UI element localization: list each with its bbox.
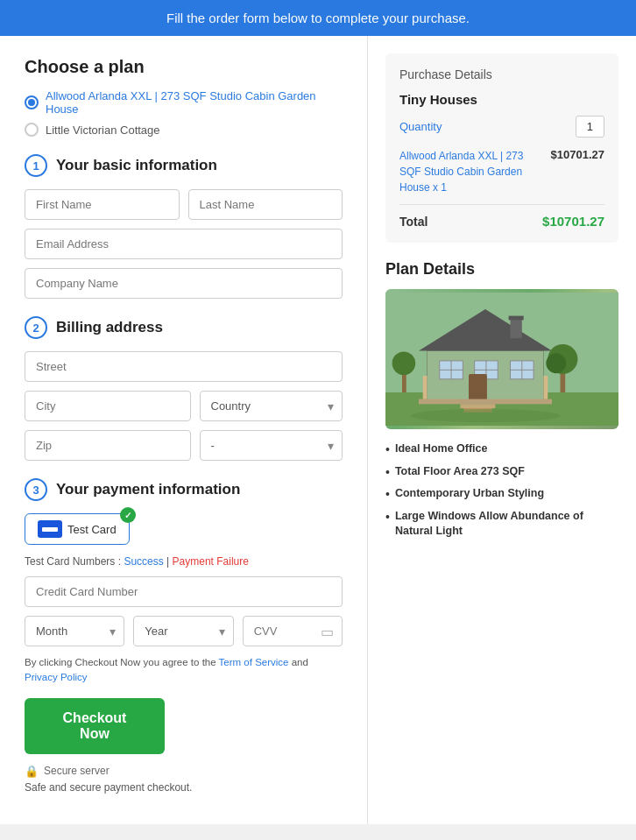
svg-rect-5 xyxy=(511,318,522,339)
test-card-info: Test Card Numbers : Success | Payment Fa… xyxy=(25,555,343,568)
section-label: Tiny Houses xyxy=(399,92,604,107)
plan1-label: Allwood Arlanda XXL | 273 SQF Studio Cab… xyxy=(46,89,343,116)
feature-item: Ideal Home Office xyxy=(385,441,618,459)
total-price: $10701.27 xyxy=(542,214,604,229)
svg-rect-20 xyxy=(461,404,496,408)
item-name: Allwood Arlanda XXL | 273 SQF Studio Cab… xyxy=(399,148,542,195)
svg-rect-16 xyxy=(469,374,487,400)
plan-option-2[interactable]: Little Victorian Cottage xyxy=(25,123,343,137)
step2-header: 2 Billing address xyxy=(25,316,343,339)
step3-circle: 3 xyxy=(25,478,47,501)
secure-label: Secure server xyxy=(44,765,110,777)
svg-point-27 xyxy=(392,351,416,375)
month-year-cvv-row: Month Year ▭ xyxy=(25,616,343,646)
card-badge[interactable]: Test Card xyxy=(25,513,130,545)
top-banner: Fill the order form below to complete yo… xyxy=(0,0,636,36)
radio-plan1[interactable] xyxy=(25,95,39,109)
purchase-details-title: Purchase Details xyxy=(399,67,604,81)
item-row: Allwood Arlanda XXL | 273 SQF Studio Cab… xyxy=(399,148,604,205)
step1-header: 1 Your basic information xyxy=(25,154,343,177)
step2-circle: 2 xyxy=(25,316,47,339)
card-label: Test Card xyxy=(67,523,117,536)
cc-row xyxy=(25,576,343,607)
feature-item: Contemporary Urban Styling xyxy=(385,486,618,504)
radio-plan2[interactable] xyxy=(25,123,39,137)
secure-sub: Safe and secure payment checkout. xyxy=(25,781,343,794)
zip-input[interactable] xyxy=(25,430,191,461)
city-input[interactable] xyxy=(25,391,191,421)
year-wrapper: Year xyxy=(133,616,233,646)
svg-rect-18 xyxy=(423,376,428,399)
total-label: Total xyxy=(399,215,428,229)
country-wrapper: Country xyxy=(200,391,343,421)
card-icon xyxy=(38,520,62,538)
secure-row: 🔒 Secure server xyxy=(25,765,343,778)
privacy-policy-link[interactable]: Privacy Policy xyxy=(25,672,88,682)
right-panel: Purchase Details Tiny Houses Quantity 1 … xyxy=(368,36,636,824)
quantity-label: Quantity xyxy=(399,120,442,133)
purchase-details-box: Purchase Details Tiny Houses Quantity 1 … xyxy=(385,53,618,243)
svg-point-22 xyxy=(411,409,561,422)
svg-point-25 xyxy=(546,353,566,373)
plan-option-1[interactable]: Allwood Arlanda XXL | 273 SQF Studio Cab… xyxy=(25,89,343,116)
test-card-label: Test Card Numbers : xyxy=(25,555,121,568)
total-row: Total $10701.27 xyxy=(399,214,604,229)
plan-features: Ideal Home OfficeTotal Floor Area 273 SQ… xyxy=(385,441,618,540)
street-row xyxy=(25,351,343,382)
company-row xyxy=(25,268,343,299)
step3-label: Your payment information xyxy=(56,481,240,498)
quantity-box[interactable]: 1 xyxy=(576,116,604,138)
zip-state-row: - xyxy=(25,430,343,461)
first-name-input[interactable] xyxy=(25,189,180,220)
email-input[interactable] xyxy=(25,229,343,259)
step1-circle: 1 xyxy=(25,154,47,177)
choose-plan-title: Choose a plan xyxy=(25,57,343,77)
city-country-row: Country xyxy=(25,391,343,421)
email-row xyxy=(25,229,343,259)
svg-rect-17 xyxy=(419,399,552,405)
step3-header: 3 Your payment information xyxy=(25,478,343,501)
cvv-wrapper: ▭ xyxy=(243,616,343,646)
left-panel: Choose a plan Allwood Arlanda XXL | 273 … xyxy=(0,36,368,824)
state-select[interactable]: - xyxy=(200,430,343,461)
banner-text: Fill the order form below to complete yo… xyxy=(166,11,470,25)
item-price: $10701.27 xyxy=(551,148,604,161)
svg-rect-19 xyxy=(544,376,548,399)
check-badge xyxy=(120,507,136,523)
name-row xyxy=(25,189,343,220)
street-input[interactable] xyxy=(25,351,343,382)
step2-label: Billing address xyxy=(56,319,163,336)
checkout-button[interactable]: Checkout Now xyxy=(25,698,165,754)
step1-label: Your basic information xyxy=(56,157,217,174)
quantity-row: Quantity 1 xyxy=(399,116,604,138)
terms-of-service-link[interactable]: Term of Service xyxy=(219,657,289,667)
country-select[interactable]: Country xyxy=(200,391,343,421)
feature-item: Total Floor Area 273 SQF xyxy=(385,464,618,482)
year-select[interactable]: Year xyxy=(133,616,233,646)
success-link[interactable]: Success xyxy=(124,555,163,568)
failure-link[interactable]: Payment Failure xyxy=(173,555,249,568)
company-input[interactable] xyxy=(25,268,343,299)
feature-item: Large Windows Allow Abundance of Natural… xyxy=(385,509,618,540)
cc-input[interactable] xyxy=(25,576,343,607)
plan2-label: Little Victorian Cottage xyxy=(46,124,160,137)
month-wrapper: Month xyxy=(25,616,124,646)
terms-text: By clicking Checkout Now you agree to th… xyxy=(25,655,343,686)
lock-icon: 🔒 xyxy=(25,765,39,778)
svg-rect-6 xyxy=(509,316,524,321)
last-name-input[interactable] xyxy=(188,189,343,220)
state-wrapper: - xyxy=(200,430,343,461)
house-image xyxy=(385,289,618,429)
plan-details-title: Plan Details xyxy=(385,260,618,279)
cvv-icon: ▭ xyxy=(321,623,334,639)
month-select[interactable]: Month xyxy=(25,616,124,646)
